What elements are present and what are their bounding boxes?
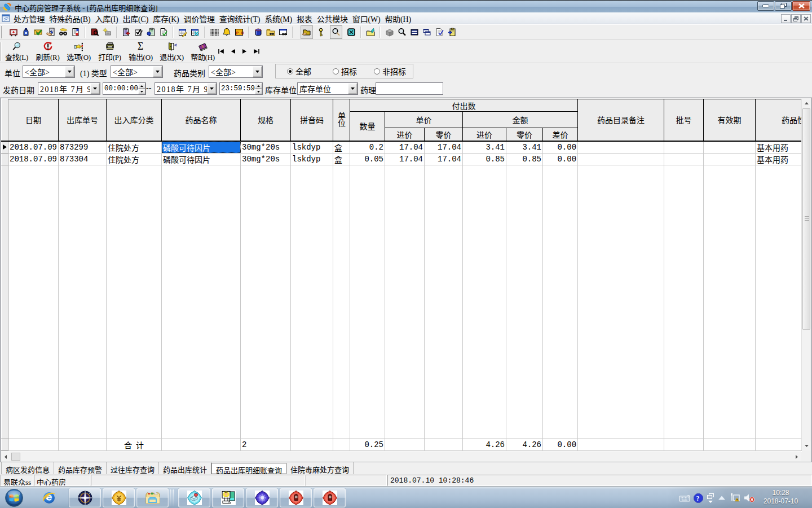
mdi-child-icon[interactable] <box>2 14 11 23</box>
grid-cell[interactable] <box>704 153 756 165</box>
grid-cell[interactable] <box>704 141 756 154</box>
dropdown-arrow-icon[interactable] <box>153 66 162 77</box>
scroll-right-icon[interactable] <box>792 452 801 461</box>
scroll-up-icon[interactable] <box>802 99 811 108</box>
medicine-chest-icon[interactable] <box>7 25 20 39</box>
bell-icon[interactable] <box>220 25 233 39</box>
grid-cell[interactable]: 2018.07.09 <box>8 141 59 154</box>
prescription-write-icon[interactable] <box>45 25 57 39</box>
grid-cell[interactable]: 磷酸可待因片 <box>162 153 241 165</box>
help-button[interactable]: ? 帮助(H) <box>187 41 218 62</box>
taskbar-app-cyan[interactable] <box>178 488 210 507</box>
nav-first-icon[interactable] <box>218 49 224 54</box>
col-header-note[interactable]: 药品目录备注 <box>578 99 664 141</box>
vertical-scroll-thumb[interactable] <box>802 108 810 330</box>
clipboard-ball-icon[interactable] <box>145 25 157 39</box>
bucket-icon[interactable] <box>252 25 264 39</box>
col-header-drug-name[interactable]: 药品名称 <box>162 99 241 141</box>
col-header-qty[interactable]: 数量 <box>350 112 385 141</box>
network-status-icon[interactable] <box>729 493 740 503</box>
mdi-close-button[interactable] <box>801 14 811 23</box>
grid-cell[interactable]: 3.41 <box>506 141 543 154</box>
taskbar-app-purple[interactable] <box>246 488 278 507</box>
menu-item-7[interactable]: 系统(M) <box>262 11 294 25</box>
table-row[interactable]: 2018.07.09 873304 住院处方 磷酸可待因片 30mg*20s l… <box>2 153 802 165</box>
pu-tag-icon[interactable]: P.U <box>233 25 245 39</box>
menu-item-2[interactable]: 入库(I) <box>92 11 120 25</box>
document-check-icon[interactable] <box>157 25 170 39</box>
spinner-buttons[interactable] <box>255 83 262 94</box>
refresh-button[interactable]: 刷新(R) <box>32 41 63 62</box>
pharmacology-input[interactable] <box>376 82 443 95</box>
tab-narcotics-query[interactable]: 住院毒麻处方查询 <box>286 462 354 474</box>
grid-cell[interactable]: 0.85 <box>463 153 506 165</box>
col-header-batch[interactable]: 批号 <box>664 99 704 141</box>
start-button[interactable] <box>5 488 24 507</box>
col-header-unit-price[interactable]: 单价 <box>385 112 463 128</box>
taskbar-app-folder[interactable] <box>136 488 169 507</box>
window-search-icon[interactable] <box>277 25 289 39</box>
mdi-minimize-button[interactable] <box>781 14 791 23</box>
type-select[interactable]: <全部> <box>111 65 163 78</box>
grid-dots-icon[interactable] <box>208 25 220 39</box>
grid-cell[interactable]: 0.05 <box>350 153 385 165</box>
col-header-retail-price[interactable]: 零价 <box>425 128 463 141</box>
grid-cell[interactable]: 基本用药 <box>756 141 802 154</box>
clipboard-in-icon[interactable] <box>120 25 133 39</box>
grid-cell[interactable]: 3.41 <box>463 141 506 154</box>
grid-cell[interactable]: 0.85 <box>506 153 543 165</box>
show-hidden-icons[interactable] <box>718 496 726 500</box>
taskbar-app-gold[interactable] <box>103 488 135 507</box>
language-bar-icon[interactable] <box>707 493 714 503</box>
grid-cell[interactable]: 0.00 <box>543 141 578 154</box>
grid-cell[interactable]: 盒 <box>333 141 350 154</box>
taskbar-app-red-2[interactable] <box>314 488 346 507</box>
cyan-close-icon[interactable] <box>345 25 358 39</box>
key-icon[interactable] <box>315 25 327 39</box>
grid-cell[interactable]: 2018.07.09 <box>8 153 59 165</box>
dropdown-arrow-icon[interactable] <box>207 83 217 94</box>
tab-outbound-detail[interactable]: 药品出库明细账查询 <box>211 463 286 474</box>
help-tray-icon[interactable]: ? <box>694 493 703 503</box>
folder-search-icon[interactable] <box>264 25 277 39</box>
col-header-purchase-price[interactable]: 进价 <box>385 128 425 141</box>
col-header-retail-amt[interactable]: 零价 <box>506 128 543 141</box>
grid-cell[interactable]: 873299 <box>59 141 107 154</box>
book-search-icon[interactable] <box>89 25 101 39</box>
calendar-edit-icon[interactable] <box>176 25 189 39</box>
taskbar-app-workstation[interactable] <box>212 488 244 507</box>
col-header-diff[interactable]: 差价 <box>543 128 578 141</box>
menu-item-3[interactable]: 出库(C) <box>120 11 151 25</box>
dropdown-arrow-icon[interactable] <box>90 83 100 94</box>
binoculars-icon[interactable] <box>57 25 69 39</box>
folder-import-icon[interactable] <box>364 25 377 39</box>
keyboard-tray-icon[interactable] <box>679 494 690 502</box>
scroll-left-icon[interactable] <box>1 452 10 461</box>
stock-unit-select[interactable]: 库存单位 <box>297 82 358 95</box>
blue-bottle-icon[interactable] <box>20 25 32 39</box>
grid-cell[interactable]: 17.04 <box>385 141 425 154</box>
col-header-purchase-amt[interactable]: 进价 <box>463 128 506 141</box>
taskbar-clock[interactable]: 10:28 2018-07-10 <box>754 489 807 506</box>
toolbar-grip[interactable] <box>1 26 5 38</box>
volume-muted-icon[interactable] <box>744 493 755 502</box>
package-icon[interactable] <box>383 25 396 39</box>
nav-last-icon[interactable] <box>254 49 259 54</box>
folder-hand-icon[interactable] <box>301 25 313 39</box>
menu-item-1[interactable]: 特殊药品(B) <box>47 11 92 25</box>
table-row[interactable]: 2018.07.09 873299 住院处方 磷酸可待因片 30mg*20s l… <box>2 141 802 154</box>
col-header-date[interactable]: 日期 <box>8 99 59 141</box>
radio-nonbid[interactable]: 非招标 <box>374 65 406 77</box>
spin-down-icon[interactable] <box>138 89 145 94</box>
export-button[interactable]: Σ 输出(O) <box>125 41 156 62</box>
tab-past-stock[interactable]: 过往库存查询 <box>107 462 159 474</box>
print-button[interactable]: 打印(P) <box>94 41 125 62</box>
menu-item-6[interactable]: 查询统计(T) <box>217 11 262 25</box>
menu-item-10[interactable]: 窗口(W) <box>350 11 383 25</box>
grid-cell[interactable]: lskdyp <box>291 141 333 154</box>
table-rows-icon[interactable] <box>408 25 421 39</box>
dropdown-arrow-icon[interactable] <box>253 66 262 77</box>
selected-cell[interactable]: 磷酸可待因片 <box>162 141 241 154</box>
grid-cell[interactable]: 基本用药 <box>756 153 802 165</box>
spinner-buttons[interactable] <box>138 83 145 94</box>
